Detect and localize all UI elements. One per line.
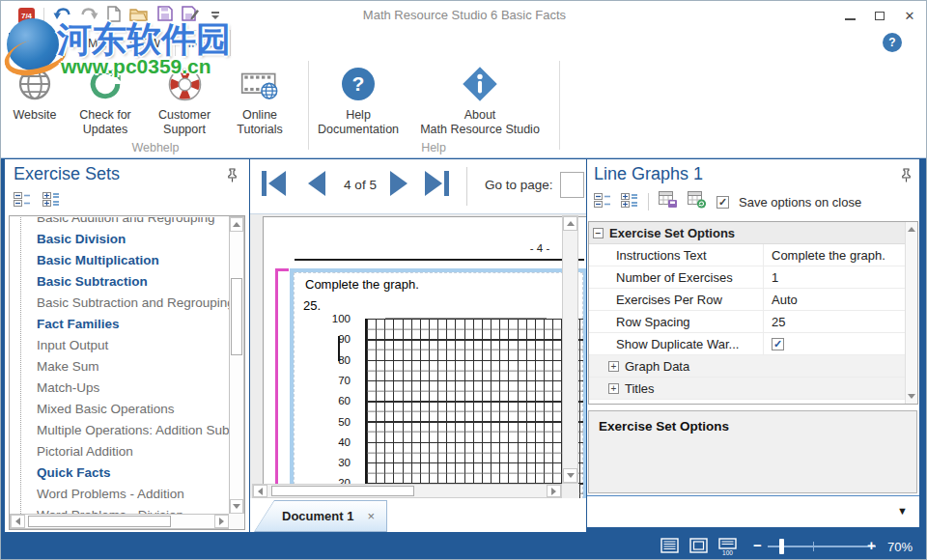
scroll-up-button[interactable] bbox=[908, 227, 915, 232]
expand-all-icon[interactable] bbox=[42, 192, 60, 210]
list-vertical-scrollbar[interactable] bbox=[229, 216, 244, 515]
scroll-left-button[interactable] bbox=[253, 485, 267, 497]
view-normal-icon[interactable] bbox=[660, 538, 679, 557]
preview-vertical-scrollbar[interactable] bbox=[562, 215, 578, 484]
view-zoom-100-icon[interactable]: 100 bbox=[718, 538, 737, 559]
document-tab[interactable]: Document 1 × bbox=[254, 500, 387, 532]
tab-info[interactable]: INFO bbox=[175, 30, 231, 56]
list-item[interactable]: Basic Addition and Regrouping bbox=[37, 217, 229, 229]
previous-page-button[interactable] bbox=[308, 171, 325, 196]
scroll-down-button[interactable] bbox=[908, 394, 915, 399]
check-for-updates-button[interactable]: Check forUpdates bbox=[65, 61, 146, 137]
refresh-options-table-icon[interactable] bbox=[688, 191, 707, 212]
propgrid-scrollbar[interactable] bbox=[905, 222, 917, 404]
refresh-icon bbox=[88, 63, 123, 105]
list-item[interactable]: Basic Subtraction bbox=[37, 271, 229, 293]
selected-exercise-region[interactable]: Complete the graph. 25. 100 90 80 70 60 … bbox=[290, 268, 586, 498]
last-page-button[interactable] bbox=[425, 171, 449, 196]
list-item[interactable]: Pictorial Addition bbox=[37, 441, 229, 462]
about-button[interactable]: AboutMath Resource Studio bbox=[407, 61, 553, 137]
zoom-slider-thumb[interactable] bbox=[779, 539, 784, 554]
property-row[interactable]: Row Spacing 25 bbox=[589, 311, 905, 333]
scroll-down-button[interactable] bbox=[563, 468, 577, 483]
tab-view[interactable]: VIEW bbox=[121, 30, 169, 56]
property-name: Row Spacing bbox=[616, 315, 763, 329]
online-tutorials-button[interactable]: OnlineTutorials bbox=[223, 61, 296, 137]
expand-box-icon[interactable]: + bbox=[608, 361, 619, 372]
expand-all-icon[interactable] bbox=[621, 193, 638, 211]
scrollbar-thumb[interactable] bbox=[271, 486, 414, 496]
list-item[interactable]: Word Problems - Division bbox=[37, 505, 229, 514]
y-axis-label: 30 bbox=[318, 457, 351, 468]
save-options-checkbox[interactable]: ✓ bbox=[716, 196, 729, 209]
help-documentation-button[interactable]: ? HelpDocumentation bbox=[310, 61, 407, 137]
zoom-in-button[interactable]: + bbox=[867, 537, 876, 553]
property-value[interactable]: Auto bbox=[763, 289, 905, 310]
status-bar: 100 − + 70% bbox=[1, 532, 927, 560]
help-question-button[interactable]: ? bbox=[883, 33, 902, 52]
group-row[interactable]: + Graph Data bbox=[589, 355, 905, 378]
list-item[interactable]: Mixed Basic Operations bbox=[37, 399, 229, 420]
first-page-button[interactable] bbox=[262, 171, 286, 196]
group-row[interactable]: + Titles bbox=[589, 378, 905, 400]
property-checkbox[interactable]: ✓ bbox=[772, 338, 784, 350]
list-item[interactable]: Basic Division bbox=[37, 229, 229, 250]
list-horizontal-scrollbar[interactable] bbox=[10, 514, 230, 529]
list-item[interactable]: Basic Multiplication bbox=[37, 250, 229, 271]
scrollbar-corner bbox=[229, 514, 244, 529]
property-value[interactable]: 25 bbox=[763, 311, 905, 332]
zoom-out-button[interactable]: − bbox=[753, 537, 762, 553]
customer-support-button[interactable]: CustomerSupport bbox=[146, 61, 223, 137]
scrollbar-thumb[interactable] bbox=[231, 278, 242, 355]
scroll-up-button[interactable] bbox=[230, 217, 243, 232]
scrollbar-thumb[interactable] bbox=[28, 516, 171, 527]
property-description-box: Exercise Set Options bbox=[588, 410, 917, 493]
list-item[interactable]: Make Sum bbox=[37, 356, 229, 378]
pin-icon[interactable] bbox=[901, 168, 912, 186]
pin-icon[interactable] bbox=[227, 168, 238, 186]
property-value[interactable]: Complete the graph. bbox=[763, 244, 905, 266]
website-button[interactable]: Website bbox=[5, 61, 65, 123]
next-page-button[interactable] bbox=[390, 171, 407, 196]
property-row[interactable]: Number of Exercises 1 bbox=[589, 266, 905, 289]
property-value[interactable]: 1 bbox=[763, 266, 905, 288]
list-item[interactable]: Basic Subtraction and Regrouping bbox=[37, 293, 229, 314]
property-row[interactable]: Exercises Per Row Auto bbox=[589, 289, 905, 311]
minimize-button[interactable] bbox=[843, 9, 857, 22]
tab-home[interactable]: HOME bbox=[61, 30, 115, 56]
scroll-right-button[interactable] bbox=[547, 485, 561, 497]
collapse-box-icon[interactable]: − bbox=[593, 228, 604, 238]
list-item[interactable]: Word Problems - Addition bbox=[37, 484, 229, 505]
list-item[interactable]: Quick Facts bbox=[37, 462, 229, 484]
list-item[interactable]: Fact Families bbox=[37, 314, 229, 335]
group-label: Graph Data bbox=[625, 359, 689, 374]
scroll-left-button[interactable] bbox=[11, 515, 25, 528]
preview-horizontal-scrollbar[interactable] bbox=[252, 484, 562, 498]
list-item[interactable]: Input Output bbox=[37, 335, 229, 356]
property-row[interactable]: Instructions Text Complete the graph. bbox=[589, 244, 905, 266]
save-options-table-icon[interactable] bbox=[659, 191, 678, 212]
scroll-right-button[interactable] bbox=[214, 515, 229, 528]
expand-box-icon[interactable]: + bbox=[608, 383, 619, 394]
app-window: 7/4 Math Resource Studi bbox=[0, 0, 927, 560]
tab-file[interactable]: FILE bbox=[9, 33, 55, 56]
document-preview[interactable]: - 4 - Complete the graph. 25. 100 90 80 … bbox=[250, 214, 586, 498]
category-row[interactable]: − Exercise Set Options bbox=[589, 222, 905, 244]
goto-page-input[interactable] bbox=[560, 172, 584, 198]
y-axis-title-line bbox=[338, 336, 340, 361]
list-item[interactable]: Match-Ups bbox=[37, 378, 229, 399]
collapse-all-icon[interactable] bbox=[594, 193, 611, 211]
close-button[interactable]: ✕ bbox=[903, 9, 916, 22]
scroll-down-button[interactable] bbox=[230, 499, 243, 514]
exercise-sets-panel: Exercise Sets Basic Addition and Regroup… bbox=[5, 159, 249, 532]
property-row[interactable]: Show Duplicate War... ✓ bbox=[589, 333, 905, 355]
maximize-button[interactable] bbox=[873, 9, 886, 22]
list-item[interactable]: Multiple Operations: Addition Subtra bbox=[37, 420, 229, 441]
view-page-layout-icon[interactable] bbox=[689, 538, 708, 557]
ribbon-tab-row: FILE HOME VIEW INFO ? bbox=[1, 30, 927, 56]
page-status: 4 of 5 bbox=[337, 178, 383, 192]
scroll-up-button[interactable] bbox=[563, 216, 577, 231]
collapse-all-icon[interactable] bbox=[14, 192, 31, 210]
tab-close-icon[interactable]: × bbox=[367, 509, 375, 523]
dropdown-arrow-icon[interactable]: ▼ bbox=[897, 505, 908, 517]
